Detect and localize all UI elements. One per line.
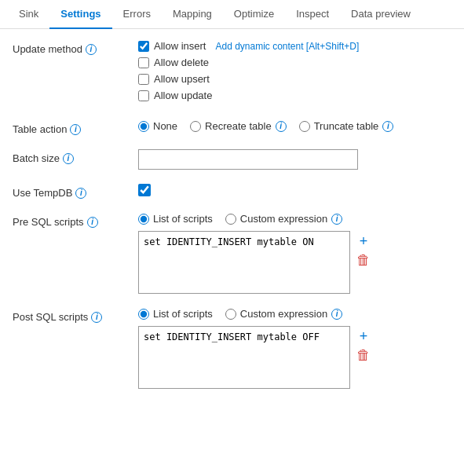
post-sql-list-radio[interactable] [138,309,149,320]
use-tempdb-info-icon[interactable]: i [75,188,86,199]
pre-sql-custom-option: Custom expression i [225,213,342,225]
tab-sink[interactable]: Sink [8,0,49,29]
allow-update-label[interactable]: Allow update [154,90,212,101]
allow-update-checkbox[interactable] [138,90,149,101]
update-method-control: Allow insert Add dynamic content [Alt+Sh… [138,40,451,106]
use-tempdb-label: Use TempDB i [13,184,138,199]
pre-sql-add-button[interactable]: + [356,234,371,248]
post-sql-control: List of scripts Custom expression i set … [138,308,451,389]
allow-delete-label[interactable]: Allow delete [154,57,209,68]
use-tempdb-checkbox[interactable] [138,184,151,196]
allow-upsert-checkbox[interactable] [138,74,149,85]
pre-sql-textarea[interactable]: set IDENTITY_INSERT mytable ON [138,231,350,294]
pre-sql-options: List of scripts Custom expression i [138,213,451,225]
pre-sql-list-option: List of scripts [138,213,213,225]
allow-update-item: Allow update [138,90,451,101]
pre-sql-info-icon[interactable]: i [87,217,98,228]
table-action-none-label[interactable]: None [153,120,177,132]
batch-size-info-icon[interactable]: i [63,153,74,164]
update-method-label: Update method i [13,40,138,55]
batch-size-control [138,149,451,170]
table-action-row: Table action i None Recreate table i Tru… [13,120,451,135]
pre-sql-list-label[interactable]: List of scripts [153,213,213,225]
post-sql-options: List of scripts Custom expression i [138,308,451,320]
allow-upsert-label[interactable]: Allow upsert [154,73,210,85]
table-action-radio-group: None Recreate table i Truncate table i [138,120,451,132]
table-action-recreate-label[interactable]: Recreate table [205,120,272,132]
post-sql-custom-radio[interactable] [225,309,236,320]
pre-sql-delete-button[interactable]: 🗑 [356,253,371,267]
table-action-recreate-radio[interactable] [190,121,201,132]
post-sql-row: Post SQL scripts i List of scripts Custo… [13,308,451,389]
post-sql-add-button[interactable]: + [356,329,371,343]
dynamic-content-link[interactable]: Add dynamic content [Alt+Shift+D] [215,41,359,52]
table-action-control: None Recreate table i Truncate table i [138,120,451,132]
pre-sql-custom-radio[interactable] [225,214,236,225]
post-sql-custom-option: Custom expression i [225,308,342,320]
post-sql-textarea[interactable]: set IDENTITY_INSERT mytable OFF [138,326,350,389]
batch-size-input[interactable] [138,149,358,170]
pre-sql-row: Pre SQL scripts i List of scripts Custom… [13,213,451,294]
settings-content: Update method i Allow insert Add dynamic… [0,29,464,414]
tab-optimize[interactable]: Optimize [223,0,285,29]
tab-errors[interactable]: Errors [112,0,162,29]
tab-bar: Sink Settings Errors Mapping Optimize In… [0,0,464,29]
allow-insert-item: Allow insert Add dynamic content [Alt+Sh… [138,40,451,52]
table-action-truncate: Truncate table i [299,120,394,132]
table-action-info-icon[interactable]: i [70,124,81,135]
post-sql-custom-info-icon[interactable]: i [331,309,342,320]
pre-sql-label: Pre SQL scripts i [13,213,138,228]
batch-size-row: Batch size i [13,149,451,170]
update-method-row: Update method i Allow insert Add dynamic… [13,40,451,106]
post-sql-actions: + 🗑 [356,326,371,362]
allow-delete-checkbox[interactable] [138,57,149,68]
table-action-truncate-label[interactable]: Truncate table [314,120,379,132]
post-sql-delete-button[interactable]: 🗑 [356,348,371,362]
tab-data-preview[interactable]: Data preview [340,0,422,29]
recreate-table-info-icon[interactable]: i [276,121,287,132]
table-action-label: Table action i [13,120,138,135]
pre-sql-control: List of scripts Custom expression i set … [138,213,451,294]
pre-sql-custom-label[interactable]: Custom expression [240,213,327,225]
tab-inspect[interactable]: Inspect [285,0,340,29]
use-tempdb-row: Use TempDB i [13,184,451,199]
batch-size-label: Batch size i [13,149,138,164]
pre-sql-custom-info-icon[interactable]: i [331,214,342,225]
table-action-none-radio[interactable] [138,121,149,132]
post-sql-textarea-wrap: set IDENTITY_INSERT mytable OFF + 🗑 [138,326,451,389]
truncate-table-info-icon[interactable]: i [382,121,393,132]
post-sql-custom-label[interactable]: Custom expression [240,308,327,320]
table-action-truncate-radio[interactable] [299,121,310,132]
allow-insert-checkbox[interactable] [138,41,149,52]
post-sql-info-icon[interactable]: i [91,312,102,323]
tab-mapping[interactable]: Mapping [162,0,223,29]
allow-upsert-item: Allow upsert [138,73,451,85]
pre-sql-list-radio[interactable] [138,214,149,225]
post-sql-list-label[interactable]: List of scripts [153,308,213,320]
allow-delete-item: Allow delete [138,57,451,68]
tab-settings[interactable]: Settings [49,0,111,29]
allow-insert-label[interactable]: Allow insert [154,40,206,52]
table-action-none: None [138,120,177,132]
post-sql-list-option: List of scripts [138,308,213,320]
pre-sql-actions: + 🗑 [356,231,371,267]
pre-sql-textarea-wrap: set IDENTITY_INSERT mytable ON + 🗑 [138,231,451,294]
table-action-recreate: Recreate table i [190,120,287,132]
post-sql-label: Post SQL scripts i [13,308,138,323]
use-tempdb-control [138,184,451,199]
update-method-info-icon[interactable]: i [86,44,97,55]
